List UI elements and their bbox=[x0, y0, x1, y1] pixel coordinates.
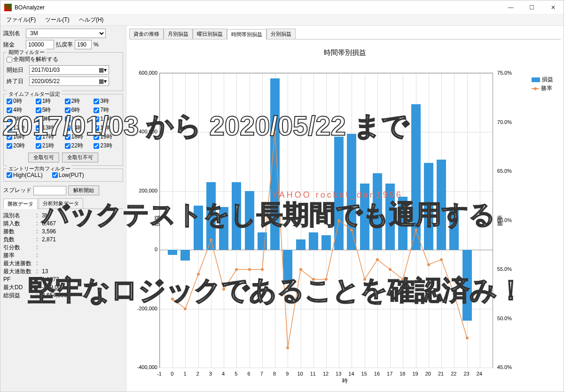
stat-key: 識別名 bbox=[3, 212, 36, 220]
stat-value: -539,000 bbox=[42, 284, 64, 292]
hour-22-checkbox[interactable] bbox=[65, 143, 70, 149]
spread-label: スプレッド bbox=[3, 186, 31, 194]
stat-value: 3M bbox=[42, 212, 50, 220]
rate-point-12 bbox=[325, 278, 328, 281]
hour-8-checkbox[interactable] bbox=[7, 116, 12, 122]
main-tab-1[interactable]: 月別損益 bbox=[164, 29, 193, 39]
x-axis-title: 時 bbox=[342, 377, 348, 385]
hour-13-checkbox[interactable] bbox=[36, 125, 41, 131]
analyze-button[interactable]: 解析開始 bbox=[68, 185, 99, 195]
hour-11-checkbox[interactable] bbox=[94, 116, 99, 122]
high-call-checkbox[interactable] bbox=[7, 172, 12, 178]
hour-16-checkbox[interactable] bbox=[7, 134, 12, 140]
bet-label: 賭金 bbox=[3, 41, 24, 49]
hour-14-checkbox[interactable] bbox=[65, 125, 70, 131]
stat-key: 最大DD bbox=[3, 284, 36, 292]
rate-point-22 bbox=[453, 292, 455, 295]
rate-point-16 bbox=[376, 258, 379, 261]
calendar-icon[interactable]: ▦▾ bbox=[99, 78, 107, 85]
hour-19-checkbox[interactable] bbox=[94, 134, 99, 140]
low-put-checkbox[interactable] bbox=[52, 172, 58, 178]
bar-23 bbox=[462, 250, 472, 320]
spread-input[interactable] bbox=[33, 186, 66, 195]
rate-point-5 bbox=[235, 268, 238, 271]
stat-value: 2,871 bbox=[42, 236, 56, 244]
hour-5-checkbox[interactable] bbox=[36, 108, 41, 113]
hour-4-checkbox[interactable] bbox=[7, 108, 12, 113]
hour-23-checkbox[interactable] bbox=[94, 143, 99, 149]
bar-1 bbox=[180, 250, 190, 261]
calendar-icon[interactable]: ▦▾ bbox=[99, 67, 107, 73]
bar-22 bbox=[449, 207, 459, 250]
main-tab-0[interactable]: 資金の推移 bbox=[129, 29, 164, 39]
stat-key: PF bbox=[3, 276, 36, 284]
rate-point-4 bbox=[222, 288, 225, 291]
bar-6 bbox=[245, 191, 254, 250]
main-tab-4[interactable]: 分別損益 bbox=[266, 29, 296, 39]
bar-0 bbox=[168, 250, 177, 255]
stat-key: 勝数 bbox=[3, 228, 36, 236]
rate-point-19 bbox=[415, 229, 417, 231]
rate-point-17 bbox=[389, 268, 392, 271]
hour-6-checkbox[interactable] bbox=[65, 108, 70, 113]
end-date-label: 終了日 bbox=[7, 77, 27, 85]
menu-tool[interactable]: ツール(T) bbox=[42, 15, 72, 25]
bar-21 bbox=[437, 160, 446, 250]
menu-help[interactable]: ヘルプ(H) bbox=[76, 15, 107, 25]
minimize-button[interactable]: — bbox=[500, 0, 521, 15]
hour-15-checkbox[interactable] bbox=[94, 125, 99, 131]
stat-value: 6,467 bbox=[42, 220, 56, 228]
close-button[interactable]: ✕ bbox=[542, 0, 564, 15]
rate-point-9 bbox=[286, 346, 289, 349]
time-filter-title: タイムフィルター設定 bbox=[7, 91, 62, 98]
stat-value: 13 bbox=[42, 268, 48, 276]
all-period-checkbox[interactable] bbox=[7, 57, 12, 62]
hour-21-checkbox[interactable] bbox=[36, 143, 41, 149]
maximize-button[interactable]: ☐ bbox=[521, 0, 542, 15]
bar-20 bbox=[424, 163, 433, 250]
bet-input[interactable] bbox=[26, 40, 54, 49]
payout-input[interactable] bbox=[75, 40, 92, 49]
rate-point-20 bbox=[427, 263, 430, 266]
tab-win-loss-data[interactable]: 勝敗データ bbox=[3, 199, 38, 209]
rate-point-23 bbox=[466, 337, 469, 339]
rate-point-18 bbox=[401, 278, 404, 281]
hour-17-checkbox[interactable] bbox=[36, 134, 41, 140]
stat-value: 3,654,000 bbox=[42, 292, 67, 300]
main-tab-3[interactable]: 時間帯別損益 bbox=[227, 29, 266, 39]
bar-7 bbox=[258, 232, 267, 250]
hour-10-checkbox[interactable] bbox=[65, 116, 70, 122]
hour-7-checkbox[interactable] bbox=[94, 108, 99, 113]
id-select[interactable]: 3M bbox=[26, 29, 106, 38]
hour-9-checkbox[interactable] bbox=[36, 116, 41, 122]
rate-point-0 bbox=[171, 298, 174, 300]
all-off-button[interactable]: 全取引不可 bbox=[62, 153, 98, 162]
end-date-input[interactable]: 2020/05/22▦▾ bbox=[29, 77, 109, 86]
rate-point-15 bbox=[363, 278, 366, 281]
rate-point-13 bbox=[337, 219, 340, 222]
tab-analysis-data[interactable]: 分析対象データ bbox=[39, 198, 83, 208]
main-tab-2[interactable]: 曜日別損益 bbox=[193, 29, 227, 39]
bar-10 bbox=[296, 239, 306, 250]
hour-18-checkbox[interactable] bbox=[65, 134, 70, 140]
stat-key: 総損益 bbox=[3, 292, 36, 300]
hour-3-checkbox[interactable] bbox=[94, 99, 99, 104]
stat-key: 購入数 bbox=[3, 220, 36, 228]
menu-file[interactable]: ファイル(F) bbox=[3, 15, 39, 25]
stat-key: 負数 bbox=[3, 236, 36, 244]
rate-point-11 bbox=[312, 278, 315, 281]
hour-20-checkbox[interactable] bbox=[7, 143, 12, 149]
hour-12-checkbox[interactable] bbox=[7, 125, 12, 131]
all-on-button[interactable]: 全取引可 bbox=[28, 153, 59, 162]
bar-13 bbox=[334, 137, 344, 250]
hour-2-checkbox[interactable] bbox=[65, 99, 70, 104]
hour-1-checkbox[interactable] bbox=[36, 99, 41, 104]
bar-4 bbox=[219, 207, 228, 250]
bar-8 bbox=[270, 78, 280, 250]
rate-point-3 bbox=[210, 238, 212, 241]
bar-16 bbox=[373, 173, 382, 250]
start-date-input[interactable]: 2017/01/03▦▾ bbox=[29, 65, 109, 75]
hour-0-checkbox[interactable] bbox=[7, 99, 12, 104]
rate-point-21 bbox=[440, 258, 443, 261]
stat-key: 最大連勝数 bbox=[3, 260, 36, 268]
